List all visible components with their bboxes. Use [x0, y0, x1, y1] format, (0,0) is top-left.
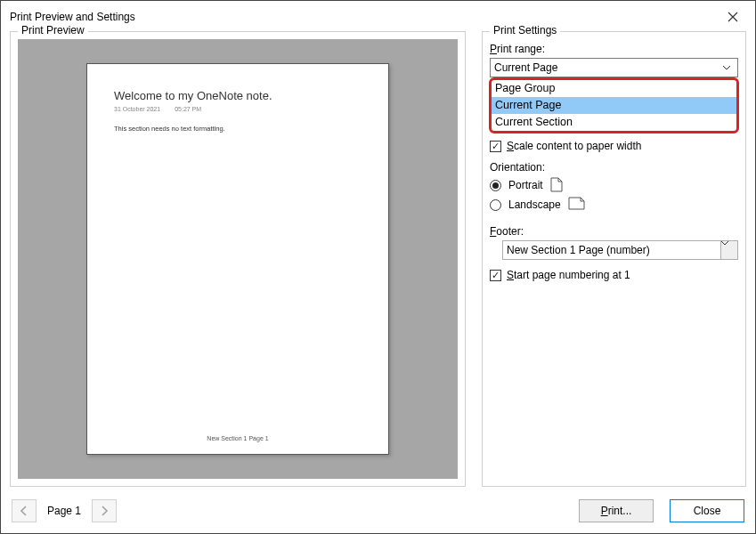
print-range-option-current-section[interactable]: Current Section [492, 114, 736, 131]
close-button[interactable]: Close [670, 499, 744, 522]
footer-select[interactable]: New Section 1 Page (number) [502, 240, 738, 260]
titlebar: Print Preview and Settings [1, 1, 755, 31]
dialog-window: Print Preview and Settings Print Preview… [0, 0, 756, 534]
print-range-display[interactable]: Current Page [490, 58, 738, 77]
preview-page-time: 05:27 PM [175, 106, 201, 112]
prev-page-button[interactable] [12, 499, 37, 522]
portrait-label: Portrait [508, 179, 543, 191]
page-indicator: Page 1 [47, 505, 81, 517]
footer-label: Footer: [490, 225, 738, 238]
next-page-button[interactable] [92, 499, 117, 522]
print-range-value: Current Page [494, 61, 557, 74]
portrait-page-icon [550, 177, 565, 193]
chevron-down-icon [720, 241, 737, 259]
print-preview-label: Print Preview [18, 24, 88, 36]
close-button-label: Close [694, 505, 721, 517]
preview-page-date: 31 October 2021 [114, 106, 160, 112]
preview-page-footer: New Section 1 Page 1 [114, 435, 362, 441]
print-button-label: Print... [601, 505, 632, 517]
print-settings-panel: Print Settings Print range: Current Page… [482, 31, 746, 487]
print-button[interactable]: Print... [579, 499, 654, 522]
window-title: Print Preview and Settings [10, 11, 719, 23]
scale-to-width-checkbox[interactable]: Scale content to paper width [490, 140, 738, 152]
orientation-portrait-radio[interactable]: Portrait [490, 177, 738, 193]
bottom-bar: Page 1 Print... Close [1, 492, 755, 533]
print-range-option-page-group[interactable]: Page Group [492, 80, 736, 97]
scale-to-width-label: Scale content to paper width [507, 140, 641, 152]
radio-icon [490, 180, 501, 191]
checkbox-icon [490, 141, 501, 152]
start-page-numbering-label: Start page numbering at 1 [507, 269, 630, 281]
orientation-label: Orientation: [490, 161, 738, 174]
landscape-page-icon [568, 197, 586, 213]
print-range-dropdown: Page Group Current Page Current Section [489, 77, 739, 134]
print-preview-group: Print Preview Welcome to my OneNote note… [10, 31, 466, 487]
preview-page: Welcome to my OneNote note. 31 October 2… [86, 63, 389, 455]
content-area: Print Preview Welcome to my OneNote note… [1, 31, 755, 492]
orientation-landscape-radio[interactable]: Landscape [490, 197, 738, 213]
chevron-down-icon [719, 59, 734, 77]
print-settings-group: Print Settings Print range: Current Page… [482, 31, 746, 487]
print-range-option-current-page[interactable]: Current Page [492, 97, 736, 114]
print-range-label: Print range: [490, 43, 738, 55]
close-icon[interactable] [719, 8, 746, 26]
preview-page-meta: 31 October 2021 05:27 PM [114, 106, 362, 112]
radio-icon [490, 199, 501, 211]
checkbox-icon [490, 270, 501, 281]
print-range-select[interactable]: Current Page Page Group Current Page Cur… [490, 58, 738, 77]
footer-select-value: New Section 1 Page (number) [507, 244, 650, 256]
preview-viewport: Welcome to my OneNote note. 31 October 2… [18, 39, 458, 479]
start-page-numbering-checkbox[interactable]: Start page numbering at 1 [490, 269, 738, 281]
print-settings-label: Print Settings [490, 24, 560, 36]
print-preview-panel: Print Preview Welcome to my OneNote note… [10, 31, 466, 487]
preview-page-title: Welcome to my OneNote note. [114, 89, 362, 102]
preview-page-body: This section needs no text formatting. [114, 125, 362, 435]
landscape-label: Landscape [508, 198, 561, 211]
